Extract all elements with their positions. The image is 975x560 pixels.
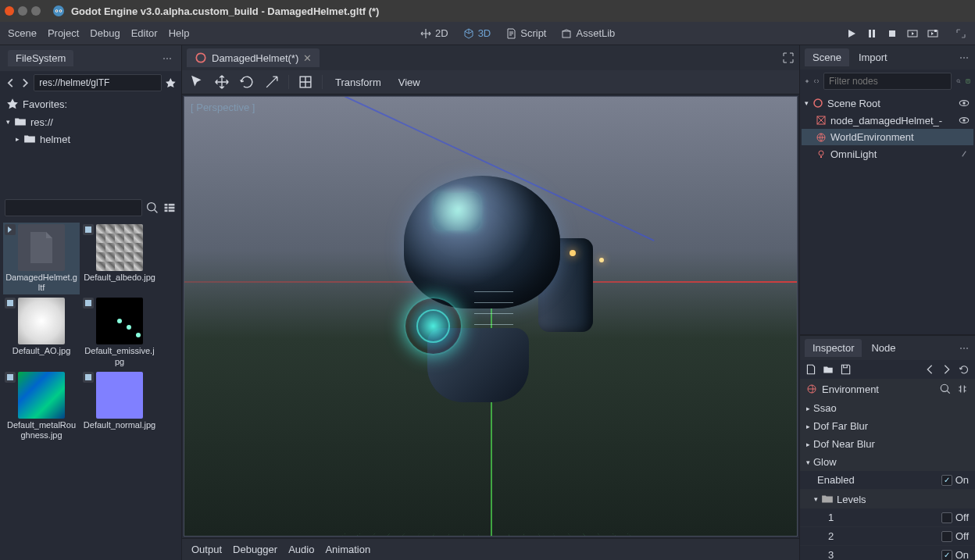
load-resource-icon[interactable] [822, 363, 834, 376]
node-tab[interactable]: Node [863, 339, 903, 357]
glow-level-3-checkbox[interactable] [941, 550, 952, 561]
nav-back-button[interactable] [5, 76, 16, 90]
save-resource-icon[interactable] [839, 363, 852, 376]
menu-editor[interactable]: Editor [131, 27, 158, 39]
file-search-input[interactable] [5, 199, 142, 216]
play-button[interactable] [845, 27, 858, 40]
search-icon[interactable] [956, 75, 961, 87]
filesystem-tab[interactable]: FileSystem [8, 50, 73, 66]
history-next-icon[interactable] [941, 363, 953, 376]
search-props-icon[interactable] [939, 383, 952, 395]
menu-help[interactable]: Help [169, 27, 190, 39]
mode-assetlib-button[interactable]: AssetLib [557, 26, 618, 41]
window-minimize-button[interactable] [18, 6, 27, 16]
visibility-icon[interactable] [958, 114, 970, 127]
history-prev-icon[interactable] [923, 363, 936, 376]
center-panel: DamagedHelmet(*) ✕ Transform View [ Pers… [182, 45, 799, 560]
prop-group-glow[interactable]: ▾Glow [800, 453, 975, 471]
play-scene-button[interactable] [906, 27, 919, 40]
glow-level-2-checkbox[interactable] [941, 531, 952, 542]
stop-button[interactable] [886, 27, 898, 40]
svg-rect-28 [85, 300, 91, 306]
visibility-icon[interactable] [958, 97, 970, 109]
svg-rect-18 [165, 210, 168, 212]
settings-icon[interactable] [956, 383, 969, 395]
scene-node-mesh[interactable]: node_damagedHelmet_- [802, 112, 973, 129]
scale-tool[interactable] [263, 73, 280, 91]
mode-script-button[interactable]: Script [502, 26, 549, 41]
file-item-gltf[interactable]: DamagedHelmet.gltf [3, 223, 80, 294]
mode-2d-button[interactable]: 2D [416, 26, 452, 41]
close-tab-button[interactable]: ✕ [303, 52, 312, 64]
glow-enabled-checkbox[interactable] [941, 475, 952, 486]
file-item-normal[interactable]: Default_normal.jpg [81, 370, 158, 442]
inspector-tab[interactable]: Inspector [805, 339, 862, 357]
prop-group-ssao[interactable]: ▸Ssao [800, 399, 975, 417]
tree-helmet-folder[interactable]: ▸ helmet [0, 130, 181, 148]
transform-menu[interactable]: Transform [330, 75, 386, 90]
pause-button[interactable] [866, 27, 878, 40]
tree-root[interactable]: ▾ res:// [0, 113, 181, 130]
window-maximize-button[interactable] [31, 6, 41, 16]
instance-scene-button[interactable] [814, 75, 819, 87]
play-custom-button[interactable] [927, 27, 939, 40]
menu-debug[interactable]: Debug [90, 27, 120, 39]
rotate-tool[interactable] [238, 73, 255, 91]
scene-node-root[interactable]: ▾ Scene Root [802, 95, 973, 112]
distraction-free-icon[interactable] [782, 52, 795, 64]
dock-menu-icon[interactable] [958, 52, 970, 64]
visibility-icon[interactable] [958, 148, 970, 160]
file-item-ao[interactable]: Default_AO.jpg [3, 296, 80, 368]
audio-tab[interactable]: Audio [288, 544, 314, 555]
dock-menu-icon[interactable] [958, 342, 970, 355]
right-panel: Scene Import ▾ Scene Root [799, 45, 975, 560]
scene-node-worldenv[interactable]: WorldEnvironment [802, 129, 973, 145]
select-tool[interactable] [188, 73, 205, 91]
nav-forward-button[interactable] [20, 76, 31, 90]
import-dock-tab[interactable]: Import [851, 48, 895, 66]
mode-3d-button[interactable]: 3D [459, 26, 495, 41]
output-tab[interactable]: Output [191, 544, 222, 555]
scene-node-omnilight[interactable]: OmniLight [802, 145, 973, 162]
scene-dock-tab[interactable]: Scene [805, 48, 849, 66]
file-item-emissive[interactable]: Default_emissive.jpg [81, 296, 158, 368]
omnilight-icon [816, 148, 827, 159]
debugger-tab[interactable]: Debugger [233, 544, 277, 555]
history-icon[interactable] [958, 363, 970, 376]
add-node-button[interactable] [805, 75, 809, 87]
scene-tab-damagedhelmet[interactable]: DamagedHelmet(*) ✕ [187, 48, 320, 67]
animation-tab[interactable]: Animation [325, 544, 370, 555]
image-badge-icon [83, 224, 94, 235]
svg-point-42 [962, 102, 965, 104]
menu-scene[interactable]: Scene [8, 27, 37, 39]
perspective-label[interactable]: [ Perspective ] [191, 102, 255, 113]
glow-level-1-checkbox[interactable] [941, 512, 952, 523]
svg-point-49 [963, 348, 965, 349]
file-item-albedo[interactable]: Default_albedo.jpg [81, 223, 158, 294]
expand-icon[interactable] [955, 27, 967, 40]
panel-menu-icon[interactable] [161, 52, 173, 65]
3d-viewport[interactable]: [ Perspective ] [184, 96, 798, 537]
file-item-metal[interactable]: Default_metalRoughness.jpg [3, 370, 80, 442]
move-tool[interactable] [213, 73, 230, 91]
path-input[interactable] [34, 74, 162, 91]
view-menu[interactable]: View [394, 75, 425, 90]
prop-group-dof-far[interactable]: ▸Dof Far Blur [800, 417, 975, 435]
assetlib-icon [560, 27, 573, 40]
favorite-button[interactable] [165, 76, 177, 90]
prop-group-dof-near[interactable]: ▸Dof Near Blur [800, 435, 975, 453]
search-icon[interactable] [145, 201, 159, 215]
local-space-toggle[interactable] [297, 73, 314, 91]
svg-rect-5 [562, 31, 570, 37]
filter-nodes-input[interactable] [823, 73, 952, 90]
window-close-button[interactable] [5, 6, 14, 16]
menu-project[interactable]: Project [48, 27, 79, 39]
new-resource-icon[interactable] [805, 363, 817, 376]
svg-rect-6 [869, 30, 871, 37]
svg-point-35 [960, 57, 962, 59]
prop-subgroup-levels[interactable]: ▾ Levels [800, 490, 975, 508]
attach-script-icon[interactable] [966, 75, 970, 87]
image-badge-icon [5, 372, 16, 383]
prop-glow-enabled: Enabled On [800, 471, 975, 490]
view-mode-icon[interactable] [162, 201, 177, 215]
